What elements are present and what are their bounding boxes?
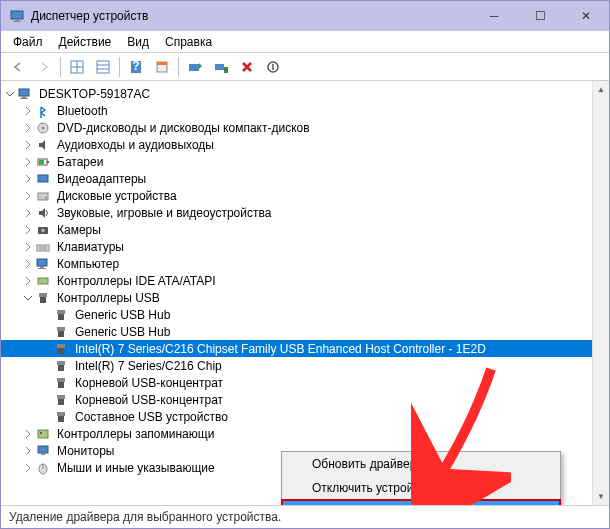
node-label: Мониторы (55, 444, 116, 458)
view-list-button[interactable] (91, 56, 115, 78)
usb-icon (53, 375, 69, 391)
svg-rect-55 (38, 446, 48, 453)
tree-category[interactable]: Контроллеры запоминающи (1, 425, 592, 442)
svg-rect-15 (224, 67, 228, 73)
tree-category[interactable]: DVD-дисководы и дисководы компакт-дисков (1, 119, 592, 136)
ctx-label: Обновить драйвер (312, 457, 416, 471)
device-tree[interactable]: DESKTOP-59187ACBluetoothDVD-дисководы и … (1, 81, 592, 505)
svg-rect-14 (215, 64, 224, 70)
svg-rect-46 (58, 365, 64, 371)
update-button[interactable] (183, 56, 207, 78)
tree-device[interactable]: Intel(R) 7 Series/C216 Chip (1, 357, 592, 374)
svg-rect-25 (38, 175, 48, 182)
window-title: Диспетчер устройств (31, 9, 471, 23)
expand-icon[interactable] (19, 222, 35, 238)
usb-icon (53, 392, 69, 408)
expand-icon[interactable] (19, 443, 35, 459)
svg-rect-12 (157, 62, 167, 65)
separator (60, 57, 61, 77)
tree-category[interactable]: Батареи (1, 153, 592, 170)
maximize-button[interactable]: ☐ (517, 1, 563, 31)
menu-action[interactable]: Действие (51, 33, 120, 51)
node-label: DVD-дисководы и дисководы компакт-дисков (55, 121, 312, 135)
tree-category[interactable]: Дисковые устройства (1, 187, 592, 204)
usb-icon (35, 290, 51, 306)
svg-rect-53 (38, 430, 48, 438)
node-label: DESKTOP-59187AC (37, 87, 152, 101)
node-label: Контроллеры USB (55, 291, 162, 305)
svg-rect-40 (58, 314, 64, 320)
minimize-button[interactable]: ─ (471, 1, 517, 31)
expand-icon[interactable] (19, 290, 35, 306)
expand-icon[interactable] (19, 120, 35, 136)
tree-category-usb[interactable]: Контроллеры USB (1, 289, 592, 306)
svg-rect-50 (58, 399, 64, 405)
svg-rect-44 (58, 348, 64, 354)
expand-icon[interactable] (19, 205, 35, 221)
svg-rect-13 (189, 64, 199, 71)
svg-rect-56 (41, 453, 45, 455)
delete-button[interactable] (235, 56, 259, 78)
menu-file[interactable]: Файл (5, 33, 51, 51)
toolbar: ? (1, 53, 609, 81)
expand-icon[interactable] (19, 188, 35, 204)
expand-icon[interactable] (19, 256, 35, 272)
expand-icon[interactable] (19, 103, 35, 119)
close-button[interactable]: ✕ (563, 1, 609, 31)
forward-button[interactable] (32, 56, 56, 78)
back-button[interactable] (6, 56, 30, 78)
scroll-down-button[interactable]: ▼ (593, 488, 609, 505)
tree-category[interactable]: Контроллеры IDE ATA/ATAPI (1, 272, 592, 289)
tree-root[interactable]: DESKTOP-59187AC (1, 85, 592, 102)
tree-category[interactable]: Видеоадаптеры (1, 170, 592, 187)
tree-category[interactable]: Камеры (1, 221, 592, 238)
svg-rect-51 (57, 412, 65, 416)
scan-button[interactable] (209, 56, 233, 78)
expand-icon[interactable] (19, 460, 35, 476)
expand-icon[interactable] (19, 154, 35, 170)
ctx-update-driver[interactable]: Обновить драйвер (282, 452, 560, 476)
help-button[interactable]: ? (124, 56, 148, 78)
ctx-remove-device[interactable]: Удалить устройство (282, 500, 560, 506)
tree-category[interactable]: Звуковые, игровые и видеоустройства (1, 204, 592, 221)
status-text: Удаление драйвера для выбранного устройс… (9, 510, 281, 524)
expand-icon[interactable] (19, 171, 35, 187)
svg-rect-54 (40, 432, 42, 434)
video-icon (35, 171, 51, 187)
expand-icon[interactable] (19, 273, 35, 289)
svg-rect-23 (47, 161, 49, 163)
properties-button[interactable] (150, 56, 174, 78)
vertical-scrollbar[interactable]: ▲ ▼ (592, 81, 609, 505)
expand-icon[interactable] (1, 86, 17, 102)
tree-device[interactable]: Intel(R) 7 Series/C216 Chipset Family US… (1, 340, 592, 357)
tree-category[interactable]: Клавиатуры (1, 238, 592, 255)
tree-category[interactable]: Аудиовходы и аудиовыходы (1, 136, 592, 153)
scroll-up-button[interactable]: ▲ (593, 81, 609, 98)
tree-device[interactable]: Generic USB Hub (1, 323, 592, 340)
tree-category[interactable]: Компьютер (1, 255, 592, 272)
view-grid-button[interactable] (65, 56, 89, 78)
cam-icon (35, 222, 51, 238)
menu-help[interactable]: Справка (157, 33, 220, 51)
expand-icon[interactable] (19, 426, 35, 442)
expand-icon[interactable] (19, 137, 35, 153)
mouse-icon (35, 460, 51, 476)
menu-view[interactable]: Вид (119, 33, 157, 51)
node-label: Intel(R) 7 Series/C216 Chip (73, 359, 224, 373)
tree-device[interactable]: Составное USB устройство (1, 408, 592, 425)
device-manager-window: Диспетчер устройств ─ ☐ ✕ Файл Действие … (0, 0, 610, 529)
node-label: Видеоадаптеры (55, 172, 148, 186)
computer-icon (17, 86, 33, 102)
tree-device[interactable]: Generic USB Hub (1, 306, 592, 323)
disable-button[interactable] (261, 56, 285, 78)
expand-icon[interactable] (19, 239, 35, 255)
statusbar: Удаление драйвера для выбранного устройс… (1, 506, 609, 528)
tree-category[interactable]: Bluetooth (1, 102, 592, 119)
svg-rect-18 (22, 96, 26, 98)
ctx-disable-device[interactable]: Отключить устройство (282, 476, 560, 500)
separator (119, 57, 120, 77)
tree-device[interactable]: Корневой USB-концентрат (1, 374, 592, 391)
node-label: Мыши и иные указывающие (55, 461, 217, 475)
svg-rect-45 (57, 361, 65, 365)
tree-device[interactable]: Корневой USB-концентрат (1, 391, 592, 408)
